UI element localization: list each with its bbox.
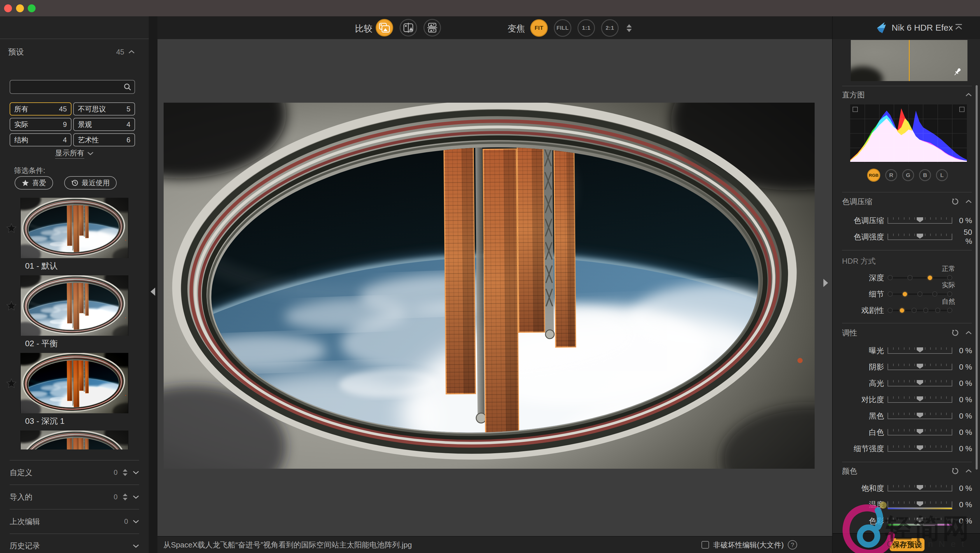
panel-scrollbar[interactable] bbox=[975, 85, 978, 470]
slider-thumb[interactable] bbox=[917, 445, 923, 450]
histogram-chart[interactable] bbox=[850, 105, 967, 162]
slider-track[interactable] bbox=[888, 234, 952, 240]
dot-stop[interactable] bbox=[947, 275, 952, 280]
chevron-down-icon[interactable] bbox=[133, 544, 139, 548]
dot-stop[interactable] bbox=[947, 308, 952, 313]
sidebar-section-自定义[interactable]: 自定义0 bbox=[10, 460, 139, 485]
reset-icon[interactable] bbox=[951, 198, 959, 205]
minimize-window-button[interactable] bbox=[16, 5, 24, 12]
chevron-up-icon[interactable] bbox=[966, 93, 972, 97]
slider-track[interactable] bbox=[888, 518, 952, 524]
zoom-window-button[interactable] bbox=[28, 5, 36, 12]
favorite-star-icon[interactable] bbox=[6, 223, 17, 234]
highlight-clipping-checkbox[interactable] bbox=[959, 107, 964, 112]
slider-track[interactable] bbox=[888, 445, 952, 452]
dot-stop[interactable] bbox=[888, 291, 893, 297]
compare-split-horizontal-button[interactable] bbox=[423, 19, 441, 37]
category-button-不可思议[interactable]: 不可思议5 bbox=[73, 102, 135, 116]
nondestructive-checkbox[interactable] bbox=[702, 541, 709, 548]
loupe-preview[interactable] bbox=[851, 40, 967, 81]
zoom-1-1-button[interactable]: 1:1 bbox=[578, 19, 595, 37]
collapse-panel-arrow-icon[interactable] bbox=[823, 279, 828, 287]
filter-pill-喜爱[interactable]: 喜爱 bbox=[14, 176, 53, 189]
preset-thumbnail[interactable] bbox=[21, 431, 128, 450]
chevron-up-icon[interactable] bbox=[966, 469, 972, 473]
save-preset-button[interactable]: 保存预设 bbox=[889, 538, 924, 551]
compare-overlap-button[interactable] bbox=[375, 19, 393, 37]
collapse-sidebar-arrow-icon[interactable] bbox=[151, 288, 155, 296]
slider-thumb[interactable] bbox=[917, 234, 923, 238]
dot-stop[interactable] bbox=[947, 291, 952, 297]
help-icon[interactable]: ? bbox=[788, 540, 797, 550]
channel-l-button[interactable]: L bbox=[936, 169, 948, 181]
presets-header[interactable]: 预设 45 bbox=[8, 47, 135, 57]
pin-icon[interactable] bbox=[952, 67, 962, 77]
chevron-up-icon[interactable] bbox=[966, 331, 972, 335]
slider-thumb[interactable] bbox=[917, 501, 923, 506]
slider-thumb[interactable] bbox=[917, 413, 923, 418]
category-button-景观[interactable]: 景观4 bbox=[73, 118, 135, 131]
channel-r-button[interactable]: R bbox=[885, 169, 897, 181]
slider-thumb[interactable] bbox=[917, 518, 923, 523]
chevron-down-icon[interactable] bbox=[133, 471, 139, 474]
sidebar-section-历史记录[interactable]: 历史记录 bbox=[10, 534, 139, 553]
slider-track[interactable] bbox=[888, 501, 952, 508]
slider-track[interactable] bbox=[888, 485, 952, 491]
show-all-link[interactable]: 显示所有 bbox=[0, 148, 149, 159]
dot-stop[interactable] bbox=[888, 275, 893, 280]
dot-stop[interactable] bbox=[917, 291, 923, 297]
category-button-艺术性[interactable]: 艺术性6 bbox=[73, 133, 135, 146]
dot-stop[interactable] bbox=[888, 308, 893, 313]
sidebar-section-上次编辑[interactable]: 上次编辑0 bbox=[10, 509, 139, 534]
tonality-header[interactable]: 调性 bbox=[842, 328, 972, 338]
channel-g-button[interactable]: G bbox=[902, 169, 914, 181]
collapse-panel-icon[interactable] bbox=[955, 23, 963, 31]
slider-thumb[interactable] bbox=[917, 217, 923, 222]
preset-thumbnail[interactable] bbox=[21, 275, 128, 336]
histogram-header[interactable]: 直方图 bbox=[842, 90, 972, 100]
dot-slider-track[interactable] bbox=[888, 274, 952, 281]
slider-track[interactable] bbox=[888, 380, 952, 386]
dot-stop[interactable] bbox=[932, 291, 937, 297]
zoom-fill-button[interactable]: FILL bbox=[554, 19, 571, 37]
preset-item-4[interactable] bbox=[21, 431, 137, 450]
channel-b-button[interactable]: B bbox=[919, 169, 931, 181]
zoom-stepper[interactable] bbox=[627, 24, 632, 32]
preset-item-2[interactable]: 02 - 平衡 bbox=[21, 275, 137, 348]
category-button-结构[interactable]: 结构4 bbox=[10, 133, 72, 146]
preset-item-3[interactable]: 03 - 深沉 1 bbox=[21, 353, 137, 426]
zoom-2-1-button[interactable]: 2:1 bbox=[601, 19, 619, 37]
category-button-所有[interactable]: 所有45 bbox=[10, 102, 72, 116]
compare-split-vertical-button[interactable] bbox=[399, 19, 417, 37]
reset-icon[interactable] bbox=[951, 329, 959, 337]
dot-stop[interactable] bbox=[935, 308, 940, 313]
stepper-up-icon[interactable] bbox=[627, 24, 632, 27]
reset-icon[interactable] bbox=[951, 467, 959, 475]
slider-thumb[interactable] bbox=[917, 396, 923, 401]
slider-track[interactable] bbox=[888, 429, 952, 435]
dot-slider-track[interactable] bbox=[888, 291, 952, 297]
slider-thumb[interactable] bbox=[917, 380, 923, 385]
preset-thumbnail[interactable] bbox=[21, 198, 128, 258]
stepper-icon[interactable] bbox=[122, 493, 128, 501]
chevron-down-icon[interactable] bbox=[133, 495, 139, 499]
photo-viewport[interactable] bbox=[164, 103, 815, 469]
dot-slider-track[interactable] bbox=[888, 307, 952, 314]
dot-stop[interactable] bbox=[923, 308, 928, 313]
chevron-down-icon[interactable] bbox=[133, 520, 139, 523]
slider-track[interactable] bbox=[888, 217, 952, 224]
search-icon[interactable] bbox=[123, 83, 132, 91]
zoom-fit-button[interactable]: FIT bbox=[530, 19, 548, 37]
close-window-button[interactable] bbox=[4, 5, 12, 12]
favorite-star-icon[interactable] bbox=[6, 378, 17, 388]
channel-rgb-button[interactable]: RGB bbox=[867, 168, 880, 182]
filter-pill-最近使用[interactable]: 最近使用 bbox=[64, 176, 117, 189]
stepper-icon[interactable] bbox=[122, 469, 128, 476]
dot-stop[interactable] bbox=[912, 308, 917, 313]
chevron-up-icon[interactable] bbox=[966, 200, 972, 203]
slider-thumb[interactable] bbox=[917, 485, 923, 490]
slider-thumb[interactable] bbox=[917, 429, 923, 434]
sidebar-section-导入的[interactable]: 导入的0 bbox=[10, 485, 139, 509]
slider-track[interactable] bbox=[888, 364, 952, 370]
color-header[interactable]: 颜色 bbox=[842, 466, 972, 476]
